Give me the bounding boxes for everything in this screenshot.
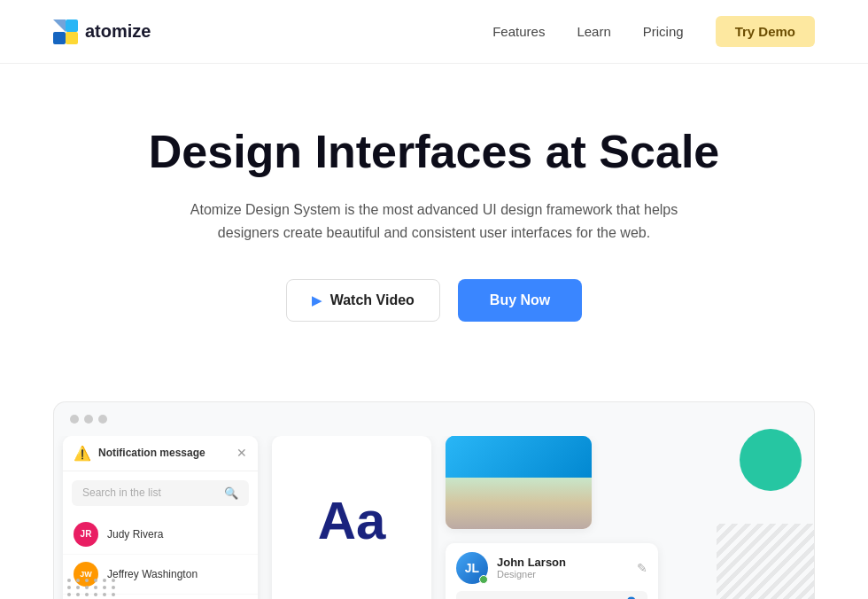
stripe-decoration <box>717 524 814 599</box>
svg-rect-0 <box>53 32 66 44</box>
close-icon[interactable]: ✕ <box>236 446 247 460</box>
green-circle-decoration <box>740 436 802 491</box>
dot-3 <box>98 415 107 424</box>
avatar: JL <box>456 552 488 584</box>
notification-text: Notification message <box>98 447 205 459</box>
warning-icon: ⚠️ <box>74 445 91 462</box>
profile-card: JL John Larson Designer ✎ Input | 👤 <box>446 543 658 599</box>
online-badge <box>479 575 488 584</box>
navbar: atomize Features Learn Pricing Try Demo <box>0 0 868 64</box>
user-icon: 👤 <box>624 596 639 599</box>
watch-video-button[interactable]: ▶ Watch Video <box>286 279 440 322</box>
dot-1 <box>70 415 79 424</box>
window-dots <box>54 402 814 436</box>
search-icon: 🔍 <box>224 486 238 500</box>
profile-info: John Larson Designer <box>497 556 628 580</box>
logo-text: atomize <box>85 21 151 42</box>
list-item-name: Jeffrey Washington <box>107 568 198 580</box>
landscape-photo <box>446 436 592 529</box>
svg-rect-2 <box>66 32 78 44</box>
photo-sand <box>446 478 592 529</box>
svg-marker-4 <box>53 19 66 32</box>
search-bar[interactable]: Search in the list 🔍 <box>72 480 249 506</box>
panel-list: ⚠️ Notification message ✕ Search in the … <box>63 436 258 599</box>
play-icon: ▶ <box>312 293 322 307</box>
try-demo-button[interactable]: Try Demo <box>716 16 815 47</box>
edit-icon[interactable]: ✎ <box>637 561 647 575</box>
logo: atomize <box>53 19 151 44</box>
notif-left: ⚠️ Notification message <box>74 445 205 462</box>
right-panels: JL John Larson Designer ✎ Input | 👤 <box>446 436 658 599</box>
profile-role: Designer <box>497 569 628 580</box>
svg-rect-1 <box>66 19 78 32</box>
avatar: JR <box>74 522 98 547</box>
hero-subtitle: Atomize Design System is the most advanc… <box>186 198 682 245</box>
preview-area: ⚠️ Notification message ✕ Search in the … <box>53 401 815 599</box>
hero-buttons: ▶ Watch Video Buy Now <box>53 279 815 322</box>
nav-pricing[interactable]: Pricing <box>643 24 684 39</box>
dot-2 <box>84 415 93 424</box>
list-item-name: Judy Rivera <box>107 528 163 541</box>
panel-typography: Aa <box>272 436 431 599</box>
nav-features[interactable]: Features <box>492 24 545 39</box>
profile-name: John Larson <box>497 556 628 569</box>
hero-title: Design Interfaces at Scale <box>53 126 815 179</box>
nav-learn[interactable]: Learn <box>577 24 610 39</box>
input-row[interactable]: Input | 👤 <box>456 591 647 599</box>
logo-icon <box>53 19 78 44</box>
typography-sample: Aa <box>272 436 431 599</box>
photo-sky <box>446 436 592 478</box>
search-placeholder: Search in the list <box>82 486 161 499</box>
preview-content: ⚠️ Notification message ✕ Search in the … <box>54 436 814 599</box>
hero-section: Design Interfaces at Scale Atomize Desig… <box>0 64 868 401</box>
dots-grid-decoration <box>67 579 117 599</box>
profile-row: JL John Larson Designer ✎ <box>456 552 647 584</box>
list-item[interactable]: JR Judy Rivera <box>63 515 258 555</box>
stripe-pattern <box>717 524 814 599</box>
buy-now-button[interactable]: Buy Now <box>458 279 582 322</box>
watch-video-label: Watch Video <box>330 292 415 308</box>
nav-links: Features Learn Pricing Try Demo <box>492 16 815 47</box>
notification-bar: ⚠️ Notification message ✕ <box>63 436 258 471</box>
